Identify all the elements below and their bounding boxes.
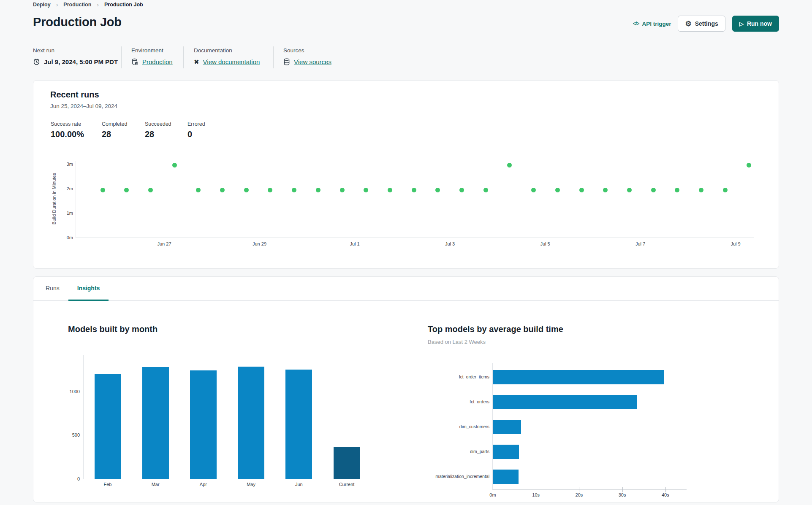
x-tick-label: Jul 3 [445,241,455,246]
dbt-docs-icon: ✖ [194,59,199,65]
run-dot[interactable] [388,188,392,192]
run-dot[interactable] [100,188,105,192]
run-dot[interactable] [459,188,464,192]
model-bar [493,470,519,484]
run-dot[interactable] [172,163,177,167]
environment-link[interactable]: Production [142,58,173,65]
run-dot[interactable] [699,188,703,192]
tab-runs[interactable]: Runs [37,277,68,301]
model-bar [493,420,521,434]
model-bar [493,370,664,384]
run-now-button[interactable]: ▷ Run now [732,16,779,32]
model-label: dim_customers [459,424,489,429]
x-tick-label: Jun 29 [253,241,266,246]
stat-success-rate: Success rate 100.00% [51,121,84,139]
breadcrumb-production[interactable]: Production [63,2,91,8]
recent-runs-title: Recent runs [50,90,99,100]
documentation-label: Documentation [194,47,260,54]
view-documentation-link[interactable]: View documentation [203,58,260,65]
top-models-subtitle: Based on Last 2 Weeks [428,339,486,345]
y-tick-label: 1000 [70,389,80,394]
month-bar [190,370,217,479]
breadcrumb: Deploy › Production › Production Job [33,1,143,8]
run-dot[interactable] [555,188,560,192]
run-dot[interactable] [364,188,368,192]
chevron-right-icon: › [56,1,58,8]
x-tick-label: Jul 9 [731,241,740,246]
run-dot[interactable] [483,188,488,192]
recent-runs-stats: Success rate 100.00% Completed 28 Succee… [33,121,779,146]
stat-label: Errored [187,121,205,127]
run-dot[interactable] [627,188,632,192]
top-models-title: Top models by average build time [428,324,563,334]
breadcrumb-deploy[interactable]: Deploy [33,2,51,8]
run-dot[interactable] [579,188,584,192]
run-dot[interactable] [292,188,296,192]
run-now-label: Run now [747,20,772,27]
run-dot[interactable] [651,188,656,192]
x-tick-label: 20s [576,492,583,497]
code-icon: </> [633,21,639,27]
run-dot[interactable] [747,163,751,167]
x-tick-label: Jun 27 [157,241,171,246]
api-trigger-label: API trigger [642,21,671,27]
tab-bar: Runs Insights [33,277,779,301]
api-trigger-link[interactable]: </> API trigger [633,21,671,27]
run-dot[interactable] [124,188,129,192]
run-dot[interactable] [603,188,608,192]
stat-value: 100.00% [51,130,84,139]
divider [273,46,274,68]
run-dot[interactable] [531,188,536,192]
gear-icon: ⚙ [685,20,691,27]
model-label: materialization_incremental [435,474,489,479]
month-label: Jun [295,482,303,487]
x-tick-label: Jul 1 [350,241,359,246]
scatter-y-axis-ticks: 3m2m1m0m [52,161,73,238]
page-title: Production Job [33,15,122,29]
x-tick-mark [622,487,623,492]
divider [121,46,122,68]
run-dot[interactable] [244,188,249,192]
settings-button[interactable]: ⚙ Settings [678,16,725,32]
stat-label: Completed [102,121,127,127]
run-dot[interactable] [507,163,512,167]
x-tick-label: 40s [662,492,669,497]
run-dot[interactable] [316,188,320,192]
stat-value: 0 [187,130,205,139]
run-dot[interactable] [675,188,679,192]
stat-succeeded: Succeeded 28 [145,121,171,139]
run-dot[interactable] [220,188,225,192]
y-tick-label: 2m [67,186,73,191]
y-tick-label: 3m [67,162,73,167]
documentation-column: Documentation ✖ View documentation [194,47,260,65]
model-label: dim_parts [470,449,489,454]
tab-insights[interactable]: Insights [68,277,109,301]
models-by-month-plot: 05001000FebMarAprMayJunCurrent [83,355,380,479]
run-dot[interactable] [148,188,153,192]
run-dot[interactable] [340,188,345,192]
environment-label: Environment [131,47,173,54]
x-tick-mark [579,487,579,492]
chevron-right-icon: › [97,1,99,8]
stat-label: Succeeded [145,121,171,127]
view-sources-link[interactable]: View sources [294,58,331,65]
clock-icon [33,58,40,65]
run-dot[interactable] [196,188,201,192]
model-bar [493,445,519,459]
y-tick-label: 500 [72,432,80,437]
month-bar [95,374,121,479]
run-dot[interactable] [268,188,272,192]
run-dot[interactable] [412,188,416,192]
model-label: fct_orders [470,399,489,404]
settings-label: Settings [695,20,718,27]
run-dot[interactable] [435,188,440,192]
model-bar [493,395,637,409]
breadcrumb-production-job: Production Job [104,2,143,8]
run-dot[interactable] [723,188,728,192]
recent-runs-card: Recent runs Jun 25, 2024–Jul 09, 2024 Su… [33,80,779,269]
production-job-page: Deploy › Production › Production Job Pro… [0,0,812,505]
next-run-column: Next run Jul 9, 2024, 5:00 PM PDT [33,47,118,65]
month-label: Apr [200,482,207,487]
x-tick-mark [536,487,536,492]
x-tick-label: 10s [532,492,540,497]
